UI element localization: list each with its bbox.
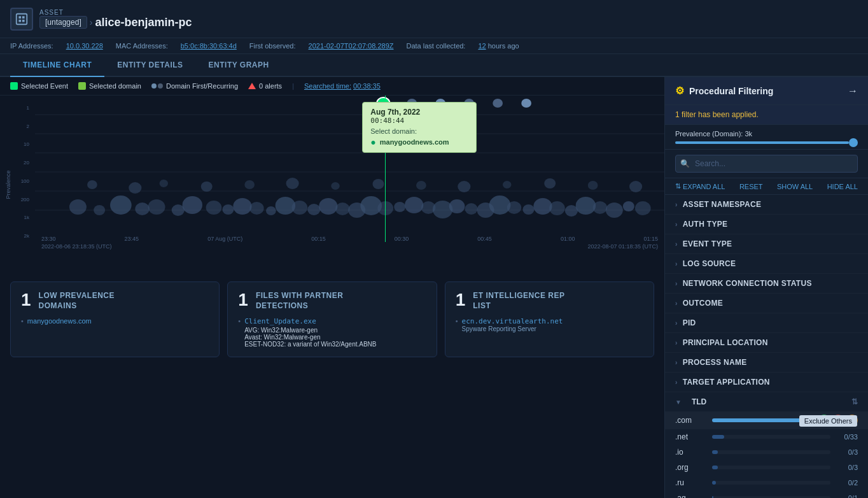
main-area: Selected Event Selected domain Domain Fi…	[0, 77, 868, 498]
svg-point-22	[266, 206, 276, 215]
prevalence-slider-fill	[675, 141, 849, 144]
svg-point-15	[148, 199, 165, 215]
svg-point-60	[544, 178, 556, 189]
filter-applied-notice: 1 filter has been applied.	[665, 105, 868, 125]
prevalence-slider-thumb[interactable]	[849, 138, 858, 147]
card-2-item-1[interactable]: • Client_Update.exe AVG: Win32:Malware-g…	[238, 317, 426, 348]
asset-tag[interactable]: [untagged]	[39, 16, 87, 29]
breadcrumb-sep: ›	[90, 17, 93, 27]
tld-header-inner: ▼ TLD ⇅	[675, 397, 858, 406]
tld-bar-net	[712, 435, 830, 439]
tld-buttons-com: + − ⊙ Exclude Others	[818, 415, 858, 426]
selected-domain-icon	[78, 82, 86, 90]
filter-network-connection-label: NETWORK CONNECTION STATUS	[683, 279, 812, 288]
right-title-text: Procedural Filtering	[689, 86, 773, 96]
svg-point-26	[319, 198, 337, 215]
card-1-item-1[interactable]: • manygoodnews.com	[21, 317, 209, 325]
tooltip-domain-row[interactable]: ● manygoodnews.com	[370, 137, 468, 147]
x-timestamps: 2022-08-06 23:18:35 (UTC) 2022-08-07 01:…	[35, 242, 664, 251]
legend-bar: Selected Event Selected domain Domain Fi…	[0, 77, 664, 96]
tld-name-com: .com	[675, 416, 707, 425]
svg-point-20	[233, 198, 251, 215]
hide-all-ctrl[interactable]: HIDE ALL	[827, 182, 858, 190]
tld-bar-com	[712, 418, 813, 422]
tld-count-ru: 0/2	[836, 479, 858, 487]
chevron-pid: ›	[675, 320, 678, 327]
svg-point-47	[623, 201, 634, 211]
tld-row-io: .io 0/3	[665, 445, 868, 460]
card-2-bullet: •	[238, 317, 241, 325]
chart-canvas[interactable]: Aug 7th, 2022 00:48:44 Select domain: ● …	[35, 96, 664, 242]
tld-bar-fill-ru	[712, 481, 716, 485]
reset-ctrl[interactable]: RESET	[739, 182, 763, 190]
last-collected-time[interactable]: 12	[478, 42, 486, 50]
x-label-0115: 01:15	[643, 236, 658, 242]
tld-sort-icon[interactable]: ⇅	[851, 397, 858, 406]
tld-excl-btn-com[interactable]: ⊙ Exclude Others	[846, 415, 858, 426]
filter-outcome[interactable]: › OUTCOME	[665, 294, 868, 313]
filter-pid[interactable]: › PID	[665, 313, 868, 333]
filter-asset-namespace[interactable]: › ASSET NAMESPACE	[665, 195, 868, 215]
ip-address[interactable]: 10.0.30.228	[66, 42, 103, 50]
tld-header[interactable]: ▼ TLD ⇅	[665, 392, 868, 411]
chevron-asset-namespace: ›	[675, 201, 678, 208]
card-1-count: 1	[21, 291, 31, 309]
card-3-item-1[interactable]: • ecn.dev.virtualearth.net Spyware Repor…	[456, 317, 643, 332]
filter-auth-type[interactable]: › AUTH TYPE	[665, 215, 868, 234]
tld-header-left: ▼ TLD	[675, 397, 706, 406]
svg-point-40	[522, 204, 534, 215]
first-observed-value[interactable]: 2021-02-07T02:07:08.289Z	[309, 42, 394, 50]
selected-event-icon	[10, 82, 18, 90]
tooltip-domain[interactable]: manygoodnews.com	[380, 138, 449, 146]
filter-principal-location-label: PRINCIPAL LOCATION	[683, 338, 768, 347]
tld-name-org: .org	[675, 463, 707, 472]
searched-time: Searched time: 00:38:35	[304, 82, 381, 90]
filter-network-connection[interactable]: › NETWORK CONNECTION STATUS	[665, 274, 868, 294]
card-2-filename[interactable]: Client_Update.exe	[244, 317, 376, 325]
right-panel-header: ⚙ Procedural Filtering →	[665, 77, 868, 105]
filter-search-input[interactable]	[675, 155, 858, 173]
show-all-ctrl[interactable]: SHOW ALL	[777, 182, 813, 190]
svg-point-39	[507, 201, 521, 214]
tab-entity-graph[interactable]: ENTITY GRAPH	[196, 54, 282, 77]
filter-principal-location[interactable]: › PRINCIPAL LOCATION	[665, 333, 868, 353]
card-1-domain[interactable]: manygoodnews.com	[27, 317, 92, 325]
chevron-auth-type: ›	[675, 221, 678, 228]
chevron-principal-location: ›	[675, 339, 678, 346]
card-3-domain[interactable]: ecn.dev.virtualearth.net	[462, 317, 563, 325]
mac-address[interactable]: b5:0c:8b:30:63:4d	[181, 42, 237, 50]
tld-row-ag: .ag 0/1	[665, 490, 868, 498]
last-collected-value: 12 hours ago	[478, 42, 519, 50]
domain-first-label: Domain First/Recurring	[166, 82, 238, 90]
filter-event-type[interactable]: › EVENT TYPE	[665, 234, 868, 254]
svg-point-52	[201, 181, 213, 192]
expand-all-ctrl[interactable]: ⇅ EXPAND ALL	[675, 182, 725, 190]
svg-point-12	[94, 205, 105, 215]
chevron-process-name: ›	[675, 359, 678, 366]
svg-point-56	[372, 179, 384, 189]
tab-entity-details[interactable]: ENTITY DETAILS	[104, 54, 195, 77]
filter-target-application[interactable]: › TARGET APPLICATION	[665, 373, 868, 392]
svg-point-50	[129, 182, 141, 194]
svg-point-55	[331, 182, 339, 190]
card-files-detections: 1 FILES WITH PARTNERDETECTIONS • Client_…	[227, 281, 437, 357]
card-low-prevalence: 1 LOW PREVALENCEDOMAINS • manygoodnews.c…	[10, 281, 220, 357]
svg-point-19	[222, 204, 234, 215]
searched-value[interactable]: 00:38:35	[353, 82, 381, 90]
tld-bar-fill-io	[712, 450, 718, 454]
tld-name-net: .net	[675, 432, 707, 441]
tld-bar-ru	[712, 481, 830, 485]
tld-name-io: .io	[675, 448, 707, 457]
card-3-count: 1	[456, 291, 466, 309]
svg-point-17	[183, 196, 202, 214]
tab-timeline-chart[interactable]: TIMELINE CHART	[10, 54, 104, 77]
svg-point-59	[503, 181, 511, 189]
right-panel-arrow[interactable]: →	[848, 85, 858, 97]
y-label-10: 10	[24, 141, 29, 147]
prevalence-slider-track	[675, 141, 858, 144]
card-2-content: Client_Update.exe AVG: Win32:Malware-gen…	[244, 317, 376, 348]
filter-pid-label: PID	[683, 318, 696, 327]
y-label-2: 2	[27, 124, 29, 129]
filter-process-name[interactable]: › PROCESS NAME	[665, 353, 868, 373]
filter-log-source[interactable]: › LOG SOURCE	[665, 254, 868, 274]
